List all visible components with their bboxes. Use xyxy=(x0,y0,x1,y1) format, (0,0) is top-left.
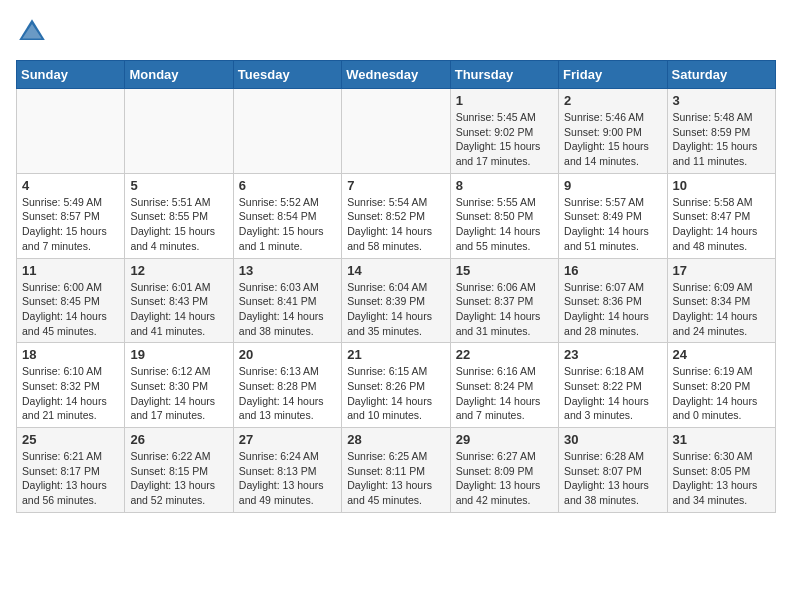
calendar-cell: 23Sunrise: 6:18 AM Sunset: 8:22 PM Dayli… xyxy=(559,343,667,428)
day-info: Sunrise: 6:25 AM Sunset: 8:11 PM Dayligh… xyxy=(347,449,444,508)
calendar-cell: 6Sunrise: 5:52 AM Sunset: 8:54 PM Daylig… xyxy=(233,173,341,258)
day-info: Sunrise: 6:12 AM Sunset: 8:30 PM Dayligh… xyxy=(130,364,227,423)
day-info: Sunrise: 6:28 AM Sunset: 8:07 PM Dayligh… xyxy=(564,449,661,508)
day-info: Sunrise: 6:09 AM Sunset: 8:34 PM Dayligh… xyxy=(673,280,770,339)
day-number: 31 xyxy=(673,432,770,447)
calendar-cell: 15Sunrise: 6:06 AM Sunset: 8:37 PM Dayli… xyxy=(450,258,558,343)
calendar-week-row: 1Sunrise: 5:45 AM Sunset: 9:02 PM Daylig… xyxy=(17,89,776,174)
day-number: 30 xyxy=(564,432,661,447)
day-number: 14 xyxy=(347,263,444,278)
day-number: 10 xyxy=(673,178,770,193)
day-info: Sunrise: 6:22 AM Sunset: 8:15 PM Dayligh… xyxy=(130,449,227,508)
calendar-cell xyxy=(342,89,450,174)
day-number: 25 xyxy=(22,432,119,447)
day-number: 6 xyxy=(239,178,336,193)
day-info: Sunrise: 6:19 AM Sunset: 8:20 PM Dayligh… xyxy=(673,364,770,423)
day-number: 28 xyxy=(347,432,444,447)
day-number: 20 xyxy=(239,347,336,362)
day-info: Sunrise: 6:18 AM Sunset: 8:22 PM Dayligh… xyxy=(564,364,661,423)
day-info: Sunrise: 6:01 AM Sunset: 8:43 PM Dayligh… xyxy=(130,280,227,339)
day-info: Sunrise: 5:51 AM Sunset: 8:55 PM Dayligh… xyxy=(130,195,227,254)
calendar-cell: 20Sunrise: 6:13 AM Sunset: 8:28 PM Dayli… xyxy=(233,343,341,428)
day-info: Sunrise: 5:48 AM Sunset: 8:59 PM Dayligh… xyxy=(673,110,770,169)
calendar-week-row: 4Sunrise: 5:49 AM Sunset: 8:57 PM Daylig… xyxy=(17,173,776,258)
day-number: 3 xyxy=(673,93,770,108)
calendar-header-monday: Monday xyxy=(125,61,233,89)
day-info: Sunrise: 6:24 AM Sunset: 8:13 PM Dayligh… xyxy=(239,449,336,508)
calendar-week-row: 11Sunrise: 6:00 AM Sunset: 8:45 PM Dayli… xyxy=(17,258,776,343)
calendar-cell: 8Sunrise: 5:55 AM Sunset: 8:50 PM Daylig… xyxy=(450,173,558,258)
calendar-cell: 29Sunrise: 6:27 AM Sunset: 8:09 PM Dayli… xyxy=(450,428,558,513)
calendar-table: SundayMondayTuesdayWednesdayThursdayFrid… xyxy=(16,60,776,513)
calendar-cell: 16Sunrise: 6:07 AM Sunset: 8:36 PM Dayli… xyxy=(559,258,667,343)
day-number: 26 xyxy=(130,432,227,447)
calendar-cell: 2Sunrise: 5:46 AM Sunset: 9:00 PM Daylig… xyxy=(559,89,667,174)
day-number: 1 xyxy=(456,93,553,108)
day-number: 23 xyxy=(564,347,661,362)
page-header xyxy=(16,16,776,48)
day-info: Sunrise: 6:00 AM Sunset: 8:45 PM Dayligh… xyxy=(22,280,119,339)
calendar-cell: 18Sunrise: 6:10 AM Sunset: 8:32 PM Dayli… xyxy=(17,343,125,428)
day-info: Sunrise: 5:54 AM Sunset: 8:52 PM Dayligh… xyxy=(347,195,444,254)
day-info: Sunrise: 6:03 AM Sunset: 8:41 PM Dayligh… xyxy=(239,280,336,339)
day-info: Sunrise: 6:21 AM Sunset: 8:17 PM Dayligh… xyxy=(22,449,119,508)
calendar-cell xyxy=(17,89,125,174)
calendar-cell: 21Sunrise: 6:15 AM Sunset: 8:26 PM Dayli… xyxy=(342,343,450,428)
calendar-header-saturday: Saturday xyxy=(667,61,775,89)
day-number: 16 xyxy=(564,263,661,278)
day-number: 24 xyxy=(673,347,770,362)
calendar-header-friday: Friday xyxy=(559,61,667,89)
calendar-cell: 1Sunrise: 5:45 AM Sunset: 9:02 PM Daylig… xyxy=(450,89,558,174)
calendar-cell: 19Sunrise: 6:12 AM Sunset: 8:30 PM Dayli… xyxy=(125,343,233,428)
day-info: Sunrise: 6:04 AM Sunset: 8:39 PM Dayligh… xyxy=(347,280,444,339)
calendar-cell: 4Sunrise: 5:49 AM Sunset: 8:57 PM Daylig… xyxy=(17,173,125,258)
day-number: 13 xyxy=(239,263,336,278)
day-number: 5 xyxy=(130,178,227,193)
day-info: Sunrise: 6:07 AM Sunset: 8:36 PM Dayligh… xyxy=(564,280,661,339)
day-number: 18 xyxy=(22,347,119,362)
day-number: 15 xyxy=(456,263,553,278)
day-info: Sunrise: 6:16 AM Sunset: 8:24 PM Dayligh… xyxy=(456,364,553,423)
calendar-cell: 30Sunrise: 6:28 AM Sunset: 8:07 PM Dayli… xyxy=(559,428,667,513)
day-number: 12 xyxy=(130,263,227,278)
day-info: Sunrise: 5:46 AM Sunset: 9:00 PM Dayligh… xyxy=(564,110,661,169)
calendar-header-tuesday: Tuesday xyxy=(233,61,341,89)
day-number: 29 xyxy=(456,432,553,447)
day-number: 4 xyxy=(22,178,119,193)
day-number: 8 xyxy=(456,178,553,193)
calendar-cell: 12Sunrise: 6:01 AM Sunset: 8:43 PM Dayli… xyxy=(125,258,233,343)
day-number: 17 xyxy=(673,263,770,278)
calendar-cell: 17Sunrise: 6:09 AM Sunset: 8:34 PM Dayli… xyxy=(667,258,775,343)
calendar-cell: 5Sunrise: 5:51 AM Sunset: 8:55 PM Daylig… xyxy=(125,173,233,258)
calendar-cell: 3Sunrise: 5:48 AM Sunset: 8:59 PM Daylig… xyxy=(667,89,775,174)
calendar-cell: 11Sunrise: 6:00 AM Sunset: 8:45 PM Dayli… xyxy=(17,258,125,343)
day-info: Sunrise: 5:58 AM Sunset: 8:47 PM Dayligh… xyxy=(673,195,770,254)
day-info: Sunrise: 5:45 AM Sunset: 9:02 PM Dayligh… xyxy=(456,110,553,169)
calendar-cell: 7Sunrise: 5:54 AM Sunset: 8:52 PM Daylig… xyxy=(342,173,450,258)
calendar-header-sunday: Sunday xyxy=(17,61,125,89)
logo xyxy=(16,16,52,48)
day-number: 22 xyxy=(456,347,553,362)
calendar-cell: 31Sunrise: 6:30 AM Sunset: 8:05 PM Dayli… xyxy=(667,428,775,513)
day-number: 9 xyxy=(564,178,661,193)
calendar-cell: 13Sunrise: 6:03 AM Sunset: 8:41 PM Dayli… xyxy=(233,258,341,343)
day-number: 2 xyxy=(564,93,661,108)
calendar-header-thursday: Thursday xyxy=(450,61,558,89)
day-number: 21 xyxy=(347,347,444,362)
calendar-cell xyxy=(233,89,341,174)
calendar-cell: 27Sunrise: 6:24 AM Sunset: 8:13 PM Dayli… xyxy=(233,428,341,513)
day-info: Sunrise: 5:49 AM Sunset: 8:57 PM Dayligh… xyxy=(22,195,119,254)
day-info: Sunrise: 6:06 AM Sunset: 8:37 PM Dayligh… xyxy=(456,280,553,339)
calendar-cell: 14Sunrise: 6:04 AM Sunset: 8:39 PM Dayli… xyxy=(342,258,450,343)
logo-icon xyxy=(16,16,48,48)
day-number: 11 xyxy=(22,263,119,278)
calendar-cell: 26Sunrise: 6:22 AM Sunset: 8:15 PM Dayli… xyxy=(125,428,233,513)
day-number: 27 xyxy=(239,432,336,447)
calendar-cell: 10Sunrise: 5:58 AM Sunset: 8:47 PM Dayli… xyxy=(667,173,775,258)
calendar-week-row: 25Sunrise: 6:21 AM Sunset: 8:17 PM Dayli… xyxy=(17,428,776,513)
day-number: 19 xyxy=(130,347,227,362)
calendar-cell: 24Sunrise: 6:19 AM Sunset: 8:20 PM Dayli… xyxy=(667,343,775,428)
day-info: Sunrise: 6:27 AM Sunset: 8:09 PM Dayligh… xyxy=(456,449,553,508)
calendar-week-row: 18Sunrise: 6:10 AM Sunset: 8:32 PM Dayli… xyxy=(17,343,776,428)
day-info: Sunrise: 5:55 AM Sunset: 8:50 PM Dayligh… xyxy=(456,195,553,254)
